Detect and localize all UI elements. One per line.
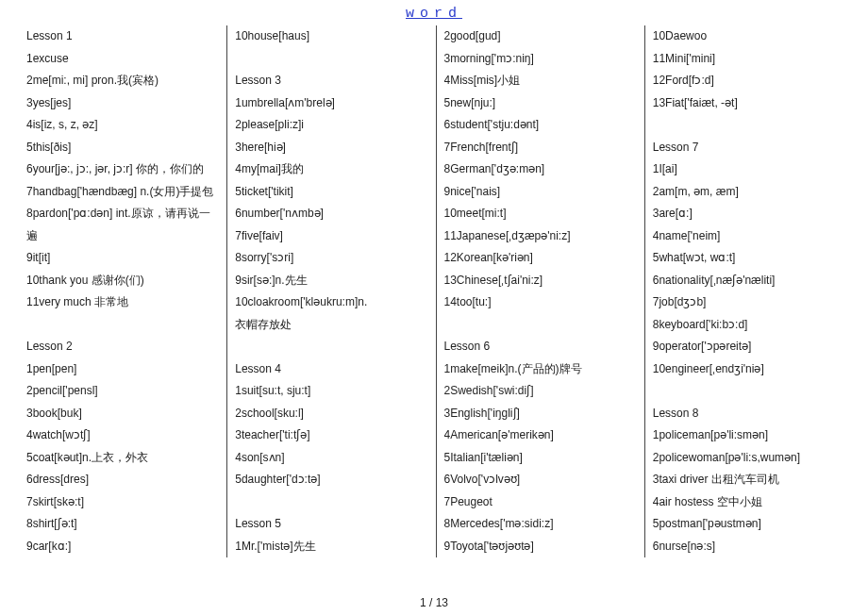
vocab-line: 4is[iz, s, z, əz]	[26, 114, 219, 137]
vocab-line: Lesson 1	[26, 25, 219, 48]
vocab-line: Lesson 8	[653, 403, 845, 425]
vocab-line: 5coat[kəut]n.上衣，外衣	[26, 447, 219, 470]
vocab-line: 5daughter['dɔ:tə]	[235, 469, 427, 491]
vocab-line: 3here[hiə]	[235, 137, 427, 159]
columns-container: Lesson 11excuse2me[mi:, mi] pron.我(宾格)3y…	[0, 22, 868, 557]
header-title: word	[406, 6, 462, 22]
vocab-line: 3yes[jes]	[26, 92, 219, 115]
page-number: 1 / 13	[420, 596, 448, 609]
vocab-line: 5postman['pəustmən]	[653, 513, 845, 536]
blank-line	[235, 48, 427, 71]
vocab-line: 9Toyota['təʊjəʊtə]	[444, 536, 637, 558]
vocab-line: 4my[mai]我的	[235, 158, 427, 181]
document-header: word	[0, 0, 868, 22]
vocab-line: 8shirt[ʃə:t]	[26, 513, 219, 536]
vocab-line: 8keyboard['ki:bɔ:d]	[653, 314, 845, 337]
vocab-line: 4name['neim]	[653, 225, 845, 248]
vocab-line: 13Fiat['faiæt, -ət]	[653, 92, 845, 115]
vocab-line: 11Mini['mini]	[653, 48, 845, 71]
vocab-line: 3book[buk]	[26, 403, 219, 425]
vocab-line: 9nice['nais]	[444, 181, 637, 204]
vocab-line: 4son[sʌn]	[235, 447, 427, 470]
vocab-line: 2good[gud]	[444, 25, 637, 48]
vocab-line: 10meet[mi:t]	[444, 203, 637, 225]
vocab-line: 5ticket['tikit]	[235, 181, 427, 204]
vocab-line: 7handbag['hændbæg] n.(女用)手提包	[26, 181, 219, 204]
vocab-line: 1make[meik]n.(产品的)牌号	[444, 358, 637, 381]
vocab-line: 10house[haus]	[235, 25, 427, 48]
column: Lesson 11excuse2me[mi:, mi] pron.我(宾格)3y…	[19, 25, 227, 557]
vocab-line: 2please[pli:z]i	[235, 114, 427, 137]
vocab-line: 1Mr.['mistə]先生	[235, 536, 427, 558]
vocab-line: 2school[sku:l]	[235, 403, 427, 425]
vocab-line: 1excuse	[26, 48, 219, 71]
vocab-line: 3are[ɑ:]	[653, 203, 845, 225]
vocab-line: 2Swedish['swi:diʃ]	[444, 380, 637, 403]
vocab-line: 4air hostess 空中小姐	[653, 491, 845, 514]
vocab-line: 8pardon['pɑ:dən] int.原谅，请再说一	[26, 203, 219, 225]
vocab-line: 12Korean[kə'riən]	[444, 247, 637, 270]
vocab-line: 12Ford[fɔ:d]	[653, 70, 845, 92]
vocab-line: 2me[mi:, mi] pron.我(宾格)	[26, 70, 219, 92]
vocab-line: Lesson 6	[444, 336, 637, 358]
vocab-line: 1I[ai]	[653, 158, 845, 181]
blank-line	[235, 336, 427, 358]
vocab-line: 6number['nʌmbə]	[235, 203, 427, 225]
vocab-line: Lesson 4	[235, 358, 427, 381]
vocab-line: 9car[kɑ:]	[26, 536, 219, 558]
vocab-line: 7job[dʒɔb]	[653, 291, 845, 314]
column: 10house[haus]Lesson 31umbrella[ʌm'brelə]…	[227, 25, 436, 557]
vocab-line: 8Mercedes['mə:sidi:z]	[444, 513, 637, 536]
vocab-line: 13Chinese[ˌtʃai'ni:z]	[444, 270, 637, 292]
vocab-line: 2pencil['pensl]	[26, 380, 219, 403]
vocab-line: 6nurse[nə:s]	[653, 536, 845, 558]
blank-line	[444, 314, 637, 337]
vocab-line: 11very much 非常地	[26, 291, 219, 314]
vocab-line: 3teacher['ti:tʃə]	[235, 424, 427, 447]
vocab-line: 7Peugeot	[444, 491, 637, 514]
vocab-line: 2am[m, əm, æm]	[653, 181, 845, 204]
vocab-line: 4Miss[mis]小姐	[444, 70, 637, 92]
vocab-line: Lesson 2	[26, 336, 219, 358]
vocab-line: 6dress[dres]	[26, 469, 219, 491]
vocab-line: 3taxi driver 出租汽车司机	[653, 469, 845, 491]
vocab-line: 1umbrella[ʌm'brelə]	[235, 92, 427, 115]
vocab-line: 6your[jə:, jɔ:, jər, jɔ:r] 你的，你们的	[26, 158, 219, 181]
vocab-line: 6student['stju:dənt]	[444, 114, 637, 137]
vocab-line: 1suit[su:t, sju:t]	[235, 380, 427, 403]
column: 2good[gud]3morning['mɔ:niŋ]4Miss[mis]小姐5…	[437, 25, 645, 557]
vocab-line: 5what[wɔt, wɑ:t]	[653, 247, 845, 270]
blank-line	[653, 380, 845, 403]
vocab-line: 3morning['mɔ:niŋ]	[444, 48, 637, 71]
vocab-line: 9operator['ɔpəreitə]	[653, 336, 845, 358]
vocab-line: 11Japanese[ˌdʒæpə'ni:z]	[444, 225, 637, 248]
vocab-line: 5Italian[i'tæliən]	[444, 447, 637, 470]
vocab-line: 7skirt[skə:t]	[26, 491, 219, 514]
vocab-line: 8German['dʒə:mən]	[444, 158, 637, 181]
vocab-line: 4American[ə'merikən]	[444, 424, 637, 447]
vocab-line: 8sorry['sɔri]	[235, 247, 427, 270]
blank-line	[26, 314, 219, 337]
vocab-line: Lesson 3	[235, 70, 427, 92]
vocab-line: Lesson 7	[653, 137, 845, 159]
vocab-line: 7five[faiv]	[235, 225, 427, 248]
vocab-line: 9it[it]	[26, 247, 219, 270]
vocab-line: 10engineer[ˌendʒi'niə]	[653, 358, 845, 381]
vocab-line: 1policeman[pə'li:smən]	[653, 424, 845, 447]
vocab-line: 衣帽存放处	[235, 314, 427, 337]
blank-line	[653, 114, 845, 137]
vocab-line: 14too[tu:]	[444, 291, 637, 314]
vocab-line: 1pen[pen]	[26, 358, 219, 381]
vocab-line: 10cloakroom['kləukru:m]n.	[235, 291, 427, 314]
vocab-line: 4watch[wɔtʃ]	[26, 424, 219, 447]
vocab-line: 10thank you 感谢你(们)	[26, 270, 219, 292]
column: 10Daewoo11Mini['mini]12Ford[fɔ:d]13Fiat[…	[645, 25, 853, 557]
page-footer: 1 / 13	[0, 596, 868, 609]
vocab-line: 3English['iŋgliʃ]	[444, 403, 637, 425]
vocab-line: 6Volvo['vɔlvəʊ]	[444, 469, 637, 491]
vocab-line: 5new[nju:]	[444, 92, 637, 115]
vocab-line: 2policewoman[pə'li:s,wumən]	[653, 447, 845, 470]
vocab-line: 5this[ðis]	[26, 137, 219, 159]
vocab-line: 7French[frentʃ]	[444, 137, 637, 159]
vocab-line: 9sir[sə:]n.先生	[235, 270, 427, 292]
